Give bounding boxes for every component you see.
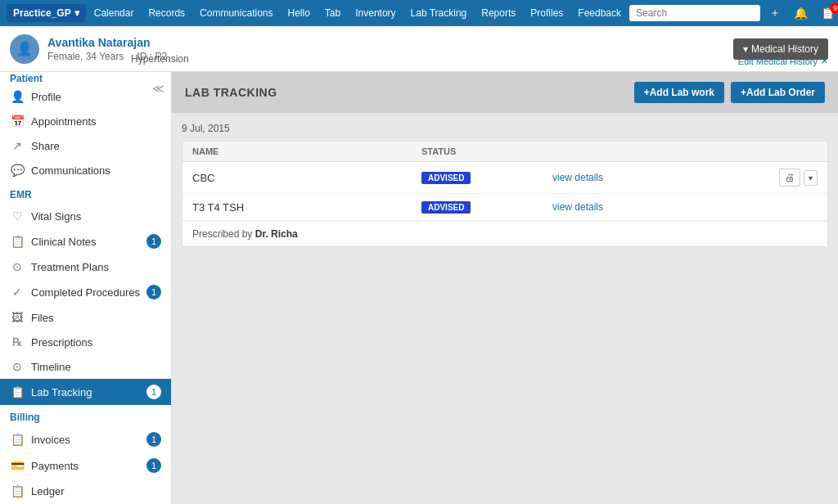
lab-table-header: NAME STATUS xyxy=(182,142,827,162)
nav-lab-tracking[interactable]: Lab Tracking xyxy=(404,4,474,22)
nav-hello[interactable]: Hello xyxy=(281,4,316,22)
sidebar-item-communications[interactable]: 💬 Communications xyxy=(0,158,171,182)
status-badge-advised: ADVISED xyxy=(421,172,471,184)
sidebar-item-ledger[interactable]: 📋 Ledger xyxy=(0,479,171,503)
avatar: 👤 xyxy=(10,34,39,64)
row-status-cbc: ADVISED xyxy=(421,171,552,184)
nav-records[interactable]: Records xyxy=(142,4,191,22)
lab-tracking-badge: 1 xyxy=(146,385,161,399)
sidebar-label-profile: Profile xyxy=(31,91,61,103)
nav-tab[interactable]: Tab xyxy=(318,4,347,22)
sidebar-label-share: Share xyxy=(31,140,60,152)
lab-content: 9 Jul, 2015 NAME STATUS CBC ADVISED view… xyxy=(172,113,838,257)
edit-medical-history-link[interactable]: Edit Medical History ✕ xyxy=(738,56,828,66)
notification-badge: 9 xyxy=(830,2,838,13)
sidebar-label-vital-signs: Vital Signs xyxy=(31,210,81,223)
edit-medical-history-label: Edit Medical History xyxy=(738,56,818,66)
lab-tracking-icon: 📋 xyxy=(10,385,25,398)
medical-history-label: Medical History xyxy=(751,43,818,55)
brand-chevron: ▾ xyxy=(74,7,79,19)
nav-communications[interactable]: Communications xyxy=(193,4,279,22)
completed-procedures-badge: 1 xyxy=(146,285,161,299)
appointments-icon: 📅 xyxy=(10,115,25,128)
print-button-cbc[interactable]: 🖨 xyxy=(779,169,800,187)
sidebar-item-share[interactable]: ↗ Share xyxy=(0,133,171,158)
dropdown-button-cbc[interactable]: ▾ xyxy=(804,170,818,186)
prescriptions-icon: ℞ xyxy=(10,335,25,349)
timeline-icon: ⊙ xyxy=(10,360,25,373)
lab-header-buttons: +Add Lab work +Add Lab Order xyxy=(634,82,825,103)
col-header-status: STATUS xyxy=(421,146,552,156)
payments-badge: 1 xyxy=(146,458,161,473)
vital-signs-icon: ♡ xyxy=(10,209,25,223)
lab-table: NAME STATUS CBC ADVISED view details 🖨 ▾ xyxy=(182,141,828,247)
row-action-cbc: view details 🖨 ▾ xyxy=(552,169,818,187)
patient-bar: 👤 Avantika Natarajan Female, 34 Years ID… xyxy=(0,26,838,72)
prescribed-by-label: Prescribed by xyxy=(192,228,252,240)
add-lab-work-button[interactable]: +Add Lab work xyxy=(634,82,724,103)
communications-icon: 💬 xyxy=(10,164,25,177)
sidebar-label-appointments: Appointments xyxy=(31,115,97,128)
nav-profiles[interactable]: Profiles xyxy=(524,4,570,22)
sidebar-item-profile[interactable]: 👤 Profile xyxy=(0,84,171,109)
content-area: LAB TRACKING +Add Lab work +Add Lab Orde… xyxy=(172,72,838,504)
sidebar-label-timeline: Timeline xyxy=(31,361,71,373)
files-icon: 🖼 xyxy=(10,311,25,324)
sidebar-label-clinical-notes: Clinical Notes xyxy=(31,236,96,248)
col-header-name: NAME xyxy=(192,146,421,156)
nav-feedback[interactable]: Feedback xyxy=(571,4,628,22)
close-icon[interactable]: ✕ xyxy=(821,56,828,66)
patient-name: Avantika Natarajan xyxy=(47,36,167,49)
sidebar-item-timeline[interactable]: ⊙ Timeline xyxy=(0,354,171,379)
sidebar-item-completed-procedures[interactable]: ✓ Completed Procedures 1 xyxy=(0,279,171,305)
sidebar-item-lab-tracking[interactable]: 📋 Lab Tracking 1 xyxy=(0,379,171,405)
brand-label: Practice_GP xyxy=(13,7,71,19)
search-input[interactable] xyxy=(629,5,760,21)
sidebar-item-payments[interactable]: 💳 Payments 1 xyxy=(0,452,171,479)
lab-tracking-title: LAB TRACKING xyxy=(185,86,277,99)
sidebar-item-treatment-plans[interactable]: ⊙ Treatment Plans xyxy=(0,254,171,279)
nav-inventory[interactable]: Inventory xyxy=(349,4,402,22)
status-badge-advised: ADVISED xyxy=(421,201,471,214)
emr-section-label: EMR xyxy=(0,182,171,204)
notifications-icon[interactable]: 📋 9 xyxy=(817,5,838,21)
sidebar-item-invoices[interactable]: 📋 Invoices 1 xyxy=(0,426,171,452)
invoices-badge: 1 xyxy=(146,432,161,447)
share-icon: ↗ xyxy=(10,139,25,152)
sidebar-label-invoices: Invoices xyxy=(31,434,70,446)
top-nav: Practice_GP ▾ Calendar Records Communica… xyxy=(0,0,838,26)
treatment-plans-icon: ⊙ xyxy=(10,260,25,273)
sidebar-label-completed-procedures: Completed Procedures xyxy=(31,286,140,299)
table-row: CBC ADVISED view details 🖨 ▾ xyxy=(182,162,827,194)
lab-tracking-header: LAB TRACKING +Add Lab work +Add Lab Orde… xyxy=(172,72,838,113)
nav-calendar[interactable]: Calendar xyxy=(88,4,141,22)
row-action-t3t4tsh: view details xyxy=(552,201,818,213)
nav-reports[interactable]: Reports xyxy=(475,4,522,22)
sidebar-item-prescriptions[interactable]: ℞ Prescriptions xyxy=(0,330,171,354)
row-action-buttons-cbc: 🖨 ▾ xyxy=(779,169,818,187)
row-name-cbc: CBC xyxy=(192,172,421,184)
sidebar-item-vital-signs[interactable]: ♡ Vital Signs xyxy=(0,204,171,228)
sidebar-label-prescriptions: Prescriptions xyxy=(31,336,92,349)
sidebar-label-treatment-plans: Treatment Plans xyxy=(31,261,109,273)
view-details-t3t4tsh[interactable]: view details xyxy=(552,201,603,213)
sidebar-label-payments: Payments xyxy=(31,460,79,472)
ledger-icon: 📋 xyxy=(10,484,25,497)
nav-search-area: ＋ 🔔 📋 9 ? ⚙ xyxy=(629,4,838,22)
table-row: T3 T4 TSH ADVISED view details xyxy=(182,194,827,221)
view-details-cbc[interactable]: view details xyxy=(552,172,603,183)
brand-menu[interactable]: Practice_GP ▾ xyxy=(7,4,86,22)
sidebar-item-appointments[interactable]: 📅 Appointments xyxy=(0,109,171,133)
clinical-notes-icon: 📋 xyxy=(10,235,25,248)
sidebar-item-files[interactable]: 🖼 Files xyxy=(0,305,171,330)
patient-gender-age: Female, 34 Years xyxy=(47,51,124,62)
clinical-notes-badge: 1 xyxy=(146,234,161,249)
sidebar-label-files: Files xyxy=(31,312,53,324)
add-icon[interactable]: ＋ xyxy=(765,4,785,22)
prescribed-by-doctor: Dr. Richa xyxy=(255,228,298,240)
add-lab-order-button[interactable]: +Add Lab Order xyxy=(731,82,825,103)
bell-icon[interactable]: 🔔 xyxy=(790,5,812,21)
patient-condition: Hypertension xyxy=(131,53,189,65)
prescribed-by: Prescribed by Dr. Richa xyxy=(182,221,827,246)
sidebar-item-clinical-notes[interactable]: 📋 Clinical Notes 1 xyxy=(0,228,171,254)
